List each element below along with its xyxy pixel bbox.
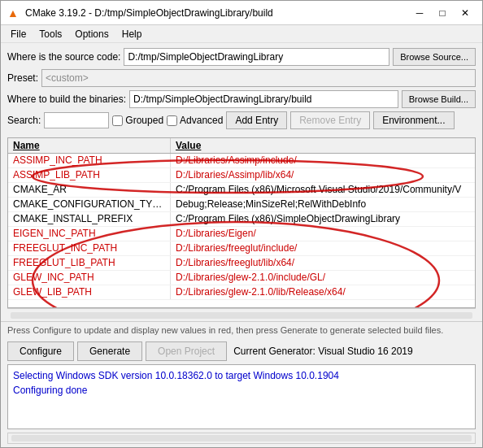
table-row[interactable]: ASSIMP_LIB_PATHD:/Libraries/Assimp/lib/x… — [8, 168, 475, 183]
generate-button[interactable]: Generate — [77, 341, 142, 361]
form-area: Where is the source code: Browse Source.… — [1, 43, 482, 137]
cell-value: D:/Libraries/glew-2.1.0/lib/Release/x64/ — [171, 285, 475, 299]
search-row: Search: Grouped Advanced Add Entry Remov… — [7, 111, 476, 129]
build-label: Where to build the binaries: — [7, 94, 126, 105]
minimize-button[interactable]: ─ — [409, 5, 430, 21]
menu-bar: File Tools Options Help — [1, 25, 482, 43]
cell-name: ASSIMP_LIB_PATH — [8, 168, 171, 182]
menu-file[interactable]: File — [4, 27, 33, 41]
main-window: ▲ CMake 3.19.2 - D:/tmp/SimpleObjectDraw… — [0, 0, 483, 448]
preset-input[interactable] — [41, 69, 476, 87]
table-row[interactable]: ASSIMP_INC_PATHD:/Libraries/Assimp/inclu… — [8, 154, 475, 168]
cell-value: D:/Libraries/Assimp/lib/x64/ — [171, 168, 475, 182]
grouped-label: Grouped — [125, 115, 163, 126]
preset-label: Preset: — [7, 72, 38, 84]
table-row[interactable]: GLEW_INC_PATHD:/Libraries/glew-2.1.0/inc… — [8, 271, 475, 285]
close-button[interactable]: ✕ — [455, 5, 476, 21]
browse-source-button[interactable]: Browse Source... — [393, 48, 476, 66]
cell-value: D:/Libraries/glew-2.1.0/include/GL/ — [171, 271, 475, 285]
scroll-track — [11, 312, 472, 319]
cell-value: D:/Libraries/freeglut/include/ — [171, 241, 475, 255]
horizontal-scrollbar[interactable] — [7, 308, 476, 321]
cell-value: D:/Libraries/freeglut/lib/x64/ — [171, 256, 475, 270]
cell-name: FREEGLUT_INC_PATH — [8, 241, 171, 255]
source-label: Where is the source code: — [7, 51, 120, 63]
cell-name: CMAKE_AR — [8, 183, 171, 197]
grouped-checkbox[interactable] — [112, 115, 123, 126]
advanced-checkbox[interactable] — [167, 115, 177, 126]
environment-button[interactable]: Environment... — [373, 111, 454, 129]
table-header: Name Value — [8, 138, 475, 154]
table-row[interactable]: CMAKE_INSTALL_PREFIXC:/Program Files (x8… — [8, 212, 475, 227]
table-body[interactable]: ASSIMP_INC_PATHD:/Libraries/Assimp/inclu… — [8, 154, 475, 307]
table-row[interactable]: CMAKE_ARC:/Program Files (x86)/Microsoft… — [8, 183, 475, 198]
title-bar: ▲ CMake 3.19.2 - D:/tmp/SimpleObjectDraw… — [1, 1, 482, 25]
browse-build-button[interactable]: Browse Build... — [402, 90, 476, 108]
remove-entry-button[interactable]: Remove Entry — [290, 111, 370, 129]
search-input[interactable] — [44, 112, 109, 128]
status-text: Press Configure to update and display ne… — [7, 325, 443, 335]
advanced-checkbox-label[interactable]: Advanced — [167, 115, 223, 126]
cell-value: Debug;Release;MinSizeRel;RelWithDebInfo — [171, 198, 475, 211]
table-row[interactable]: EIGEN_INC_PATHD:/Libraries/Eigen/ — [8, 227, 475, 241]
log-line: Selecting Windows SDK version 10.0.18362… — [13, 368, 470, 383]
source-row: Where is the source code: Browse Source.… — [7, 48, 476, 66]
cell-value: C:/Program Files (x86)/Microsoft Visual … — [171, 183, 475, 197]
col-name-header: Name — [8, 138, 171, 153]
configure-button[interactable]: Configure — [7, 341, 74, 361]
cell-value: D:/Libraries/Eigen/ — [171, 227, 475, 241]
log-area: Selecting Windows SDK version 10.0.18362… — [7, 364, 476, 429]
table-area: Name Value ASSIMP_INC_PATHD:/Libraries/A… — [7, 137, 476, 308]
cell-name: CMAKE_INSTALL_PREFIX — [8, 212, 171, 226]
window-title: CMake 3.19.2 - D:/tmp/SimpleObjectDrawin… — [25, 7, 409, 19]
log-scrollbar[interactable] — [7, 433, 476, 444]
log-line: Configuring done — [13, 383, 470, 398]
status-bar: Press Configure to update and display ne… — [1, 321, 482, 338]
cell-name: CMAKE_CONFIGURATION_TYPES — [8, 198, 171, 211]
source-input[interactable] — [124, 48, 389, 66]
table-row[interactable]: FREEGLUT_INC_PATHD:/Libraries/freeglut/i… — [8, 241, 475, 256]
build-row: Where to build the binaries: Browse Buil… — [7, 90, 476, 108]
title-controls: ─ □ ✕ — [409, 5, 476, 21]
menu-options[interactable]: Options — [68, 27, 115, 41]
menu-tools[interactable]: Tools — [33, 27, 68, 41]
maximize-button[interactable]: □ — [432, 5, 453, 21]
generator-label: Current Generator: Visual Studio 16 2019 — [233, 346, 413, 357]
menu-help[interactable]: Help — [115, 27, 149, 41]
col-value-header: Value — [171, 138, 475, 153]
preset-row: Preset: — [7, 69, 476, 87]
advanced-label: Advanced — [180, 115, 223, 126]
table-row[interactable]: FREEGLUT_LIB_PATHD:/Libraries/freeglut/l… — [8, 256, 475, 271]
cell-name: FREEGLUT_LIB_PATH — [8, 256, 171, 270]
build-input[interactable] — [129, 90, 398, 108]
cell-name: EIGEN_INC_PATH — [8, 227, 171, 241]
cell-name: ASSIMP_INC_PATH — [8, 154, 171, 167]
log-scroll-track — [11, 435, 472, 441]
app-icon: ▲ — [7, 7, 20, 20]
add-entry-button[interactable]: Add Entry — [226, 111, 287, 129]
search-label: Search: — [7, 115, 41, 126]
grouped-checkbox-label[interactable]: Grouped — [112, 115, 163, 126]
cell-name: GLEW_LIB_PATH — [8, 285, 171, 299]
cell-name: GLEW_INC_PATH — [8, 271, 171, 285]
cell-value: D:/Libraries/Assimp/include/ — [171, 154, 475, 167]
table-row[interactable]: CMAKE_CONFIGURATION_TYPESDebug;Release;M… — [8, 198, 475, 212]
open-project-button[interactable]: Open Project — [146, 341, 227, 361]
cell-value: C:/Program Files (x86)/SimpleObjectDrawi… — [171, 212, 475, 226]
table-row[interactable]: GLEW_LIB_PATHD:/Libraries/glew-2.1.0/lib… — [8, 285, 475, 300]
bottom-buttons: Configure Generate Open Project Current … — [1, 338, 482, 364]
